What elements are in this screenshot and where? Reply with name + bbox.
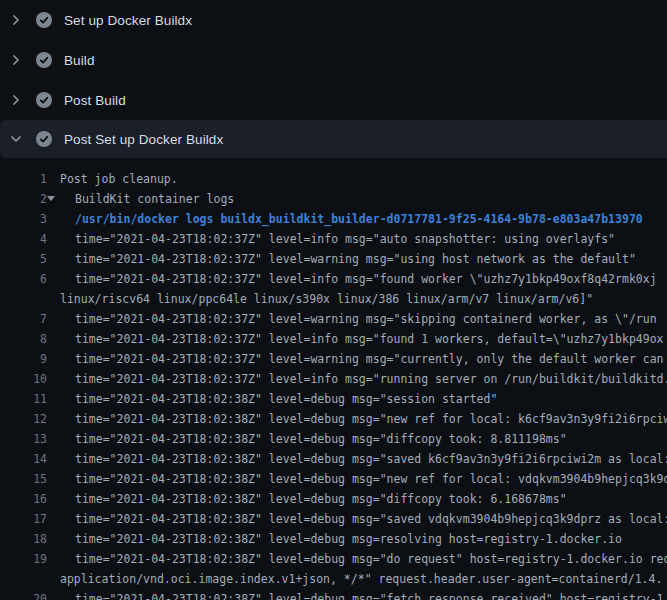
- check-circle-icon: [36, 131, 52, 147]
- log-text: time="2021-04-23T18:02:38Z" level=debug …: [60, 409, 667, 429]
- log-text: application/vnd.oci.image.index.v1+json,…: [60, 569, 662, 589]
- line-number[interactable]: 17: [0, 509, 47, 529]
- line-number[interactable]: 18: [0, 529, 47, 549]
- log-line-17: 17 time="2021-04-23T18:02:38Z" level=deb…: [0, 509, 667, 529]
- log-area: 1 Post job cleanup. 2 BuildKit container…: [0, 158, 667, 600]
- chevron-right-icon: [8, 52, 24, 68]
- log-text: time="2021-04-23T18:02:37Z" level=info m…: [60, 329, 664, 349]
- log-line-wrap: linux/riscv64 linux/ppc64le linux/s390x …: [0, 289, 667, 309]
- log-text: time="2021-04-23T18:02:38Z" level=debug …: [60, 489, 567, 509]
- line-number[interactable]: 4: [0, 229, 47, 249]
- log-line-6: 6 time="2021-04-23T18:02:37Z" level=info…: [0, 269, 667, 289]
- step-row-post-set-up-docker-buildx[interactable]: Post Set up Docker Buildx: [0, 120, 667, 158]
- log-text: time="2021-04-23T18:02:37Z" level=warnin…: [60, 309, 657, 329]
- log-text: time="2021-04-23T18:02:37Z" level=info m…: [60, 269, 657, 289]
- line-number[interactable]: 19: [0, 549, 47, 569]
- check-circle-icon: [36, 92, 52, 108]
- log-line-19: 19 time="2021-04-23T18:02:38Z" level=deb…: [0, 549, 667, 569]
- log-line-13: 13 time="2021-04-23T18:02:38Z" level=deb…: [0, 429, 667, 449]
- log-text: time="2021-04-23T18:02:38Z" level=debug …: [60, 529, 622, 549]
- line-number[interactable]: [0, 569, 47, 589]
- log-line-1: 1 Post job cleanup.: [0, 169, 667, 189]
- log-group-toggle[interactable]: 2 BuildKit container logs: [0, 189, 667, 209]
- log-line-9: 9 time="2021-04-23T18:02:37Z" level=warn…: [0, 349, 667, 369]
- line-number[interactable]: 2: [0, 189, 47, 209]
- step-row-build[interactable]: Build: [0, 40, 667, 80]
- log-line-15: 15 time="2021-04-23T18:02:38Z" level=deb…: [0, 469, 667, 489]
- step-label: Post Set up Docker Buildx: [64, 132, 223, 147]
- line-number[interactable]: 1: [0, 169, 47, 189]
- log-text: time="2021-04-23T18:02:37Z" level=warnin…: [60, 249, 636, 269]
- log-line-10: 10 time="2021-04-23T18:02:37Z" level=inf…: [0, 369, 667, 389]
- check-circle-icon: [36, 12, 52, 28]
- log-text: BuildKit container logs: [75, 189, 234, 209]
- line-number[interactable]: 6: [0, 269, 47, 289]
- log-line-5: 5 time="2021-04-23T18:02:37Z" level=warn…: [0, 249, 667, 269]
- log-text: time="2021-04-23T18:02:38Z" level=debug …: [60, 469, 667, 489]
- log-text: Post job cleanup.: [60, 169, 178, 189]
- step-label: Post Build: [64, 93, 126, 108]
- line-number[interactable]: 10: [0, 369, 47, 389]
- check-circle-icon: [36, 52, 52, 68]
- line-number[interactable]: 9: [0, 349, 47, 369]
- workflow-steps: Set up Docker Buildx Build Post Buil: [0, 0, 667, 158]
- log-text: time="2021-04-23T18:02:38Z" level=debug …: [60, 449, 667, 469]
- log-line-12: 12 time="2021-04-23T18:02:38Z" level=deb…: [0, 409, 667, 429]
- line-number[interactable]: 7: [0, 309, 47, 329]
- log-line-4: 4 time="2021-04-23T18:02:37Z" level=info…: [0, 229, 667, 249]
- log-text: time="2021-04-23T18:02:37Z" level=warnin…: [60, 349, 664, 369]
- chevron-down-icon: [8, 131, 24, 147]
- line-number[interactable]: 20: [0, 589, 47, 600]
- log-text: time="2021-04-23T18:02:38Z" level=debug …: [60, 429, 567, 449]
- chevron-right-icon: [8, 92, 24, 108]
- line-number[interactable]: 12: [0, 409, 47, 429]
- log-line-11: 11 time="2021-04-23T18:02:38Z" level=deb…: [0, 389, 667, 409]
- chevron-right-icon: [8, 12, 24, 28]
- log-line-14: 14 time="2021-04-23T18:02:38Z" level=deb…: [0, 449, 667, 469]
- line-number[interactable]: 5: [0, 249, 47, 269]
- actions-log-viewer: Set up Docker Buildx Build Post Buil: [0, 0, 667, 600]
- log-text: time="2021-04-23T18:02:38Z" level=debug …: [60, 549, 667, 569]
- log-line-wrap: application/vnd.oci.image.index.v1+json,…: [0, 569, 667, 589]
- log-text: time="2021-04-23T18:02:37Z" level=info m…: [60, 369, 667, 389]
- step-label: Set up Docker Buildx: [64, 13, 192, 28]
- log-text: time="2021-04-23T18:02:37Z" level=info m…: [60, 229, 615, 249]
- log-line-16: 16 time="2021-04-23T18:02:38Z" level=deb…: [0, 489, 667, 509]
- log-text: time="2021-04-23T18:02:38Z" level=debug …: [60, 589, 667, 600]
- line-number[interactable]: 14: [0, 449, 47, 469]
- line-number[interactable]: 11: [0, 389, 47, 409]
- line-number[interactable]: [0, 289, 47, 309]
- line-number[interactable]: 13: [0, 429, 47, 449]
- line-number[interactable]: 8: [0, 329, 47, 349]
- step-row-set-up-docker-buildx[interactable]: Set up Docker Buildx: [0, 0, 667, 40]
- log-line-7: 7 time="2021-04-23T18:02:37Z" level=warn…: [0, 309, 667, 329]
- log-line-20: 20 time="2021-04-23T18:02:38Z" level=deb…: [0, 589, 667, 600]
- log-line-18: 18 time="2021-04-23T18:02:38Z" level=deb…: [0, 529, 667, 549]
- line-number[interactable]: 16: [0, 489, 47, 509]
- group-collapse-triangle-icon: [47, 189, 62, 209]
- log-text: time="2021-04-23T18:02:38Z" level=debug …: [60, 389, 497, 409]
- log-line-8: 8 time="2021-04-23T18:02:37Z" level=info…: [0, 329, 667, 349]
- line-number[interactable]: 3: [0, 209, 47, 229]
- line-number[interactable]: 15: [0, 469, 47, 489]
- log-text: time="2021-04-23T18:02:38Z" level=debug …: [60, 509, 667, 529]
- step-label: Build: [64, 53, 95, 68]
- log-text: linux/riscv64 linux/ppc64le linux/s390x …: [60, 289, 593, 309]
- log-text: /usr/bin/docker logs buildx_buildkit_bui…: [60, 209, 643, 229]
- step-row-post-build[interactable]: Post Build: [0, 80, 667, 120]
- log-line-3: 3 /usr/bin/docker logs buildx_buildkit_b…: [0, 209, 667, 229]
